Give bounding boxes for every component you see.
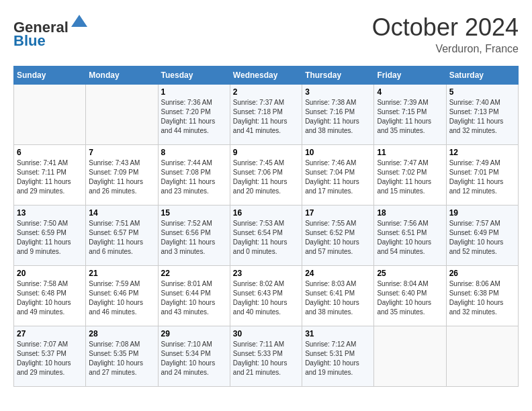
calendar-cell: 30Sunrise: 7:11 AMSunset: 5:33 PMDayligh… <box>230 326 302 387</box>
day-info: Sunrise: 7:41 AMSunset: 7:11 PMDaylight:… <box>17 158 83 196</box>
calendar-cell: 27Sunrise: 7:07 AMSunset: 5:37 PMDayligh… <box>14 326 86 387</box>
day-info: Sunrise: 7:47 AMSunset: 7:02 PMDaylight:… <box>377 158 443 196</box>
day-number: 27 <box>17 329 83 338</box>
day-number: 19 <box>449 208 515 218</box>
day-of-week-header: Monday <box>86 66 158 85</box>
day-of-week-header: Thursday <box>302 66 374 85</box>
day-info: Sunrise: 7:10 AMSunset: 5:34 PMDaylight:… <box>161 340 227 377</box>
day-number: 30 <box>233 329 299 338</box>
day-info: Sunrise: 7:44 AMSunset: 7:08 PMDaylight:… <box>161 158 227 196</box>
day-of-week-header: Tuesday <box>158 66 230 85</box>
calendar-cell: 22Sunrise: 8:01 AMSunset: 6:44 PMDayligh… <box>158 266 230 326</box>
calendar-cell: 21Sunrise: 7:59 AMSunset: 6:46 PMDayligh… <box>86 266 158 326</box>
day-number: 16 <box>233 208 299 218</box>
day-info: Sunrise: 7:12 AMSunset: 5:31 PMDaylight:… <box>305 340 371 377</box>
day-info: Sunrise: 8:06 AMSunset: 6:38 PMDaylight:… <box>449 279 515 317</box>
day-number: 23 <box>233 269 299 278</box>
day-number: 31 <box>305 329 371 338</box>
calendar-cell: 1Sunrise: 7:36 AMSunset: 7:20 PMDaylight… <box>158 85 230 145</box>
calendar-cell <box>446 326 518 387</box>
day-info: Sunrise: 7:46 AMSunset: 7:04 PMDaylight:… <box>305 158 371 196</box>
calendar-week-row: 27Sunrise: 7:07 AMSunset: 5:37 PMDayligh… <box>14 326 519 387</box>
calendar-header-row: SundayMondayTuesdayWednesdayThursdayFrid… <box>14 66 519 85</box>
day-number: 15 <box>161 208 227 218</box>
calendar-week-row: 13Sunrise: 7:50 AMSunset: 6:59 PMDayligh… <box>14 205 519 266</box>
day-info: Sunrise: 7:07 AMSunset: 5:37 PMDaylight:… <box>17 340 83 377</box>
calendar-cell: 11Sunrise: 7:47 AMSunset: 7:02 PMDayligh… <box>374 145 446 205</box>
day-number: 7 <box>89 148 154 157</box>
calendar-cell: 29Sunrise: 7:10 AMSunset: 5:34 PMDayligh… <box>158 326 230 387</box>
calendar-cell: 28Sunrise: 7:08 AMSunset: 5:35 PMDayligh… <box>86 326 158 387</box>
calendar-cell: 20Sunrise: 7:58 AMSunset: 6:48 PMDayligh… <box>14 266 86 326</box>
day-number: 1 <box>161 87 227 97</box>
day-info: Sunrise: 7:08 AMSunset: 5:35 PMDaylight:… <box>89 340 154 377</box>
calendar-cell: 25Sunrise: 8:04 AMSunset: 6:40 PMDayligh… <box>374 266 446 326</box>
day-number: 20 <box>17 269 83 278</box>
calendar-body: 1Sunrise: 7:36 AMSunset: 7:20 PMDaylight… <box>14 85 519 387</box>
day-number: 28 <box>89 329 154 338</box>
calendar-cell <box>86 85 158 145</box>
day-of-week-header: Friday <box>374 66 446 85</box>
day-number: 11 <box>377 148 443 157</box>
calendar-week-row: 6Sunrise: 7:41 AMSunset: 7:11 PMDaylight… <box>14 145 519 205</box>
calendar-cell: 17Sunrise: 7:55 AMSunset: 6:52 PMDayligh… <box>302 205 374 266</box>
calendar-cell: 26Sunrise: 8:06 AMSunset: 6:38 PMDayligh… <box>446 266 518 326</box>
day-number: 13 <box>17 208 83 218</box>
day-number: 5 <box>449 87 515 97</box>
day-number: 9 <box>233 148 299 157</box>
day-number: 17 <box>305 208 371 218</box>
logo-icon <box>70 13 89 32</box>
day-number: 12 <box>449 148 515 157</box>
calendar-cell: 16Sunrise: 7:53 AMSunset: 6:54 PMDayligh… <box>230 205 302 266</box>
day-info: Sunrise: 7:58 AMSunset: 6:48 PMDaylight:… <box>17 279 83 317</box>
calendar-cell: 18Sunrise: 7:56 AMSunset: 6:51 PMDayligh… <box>374 205 446 266</box>
day-number: 4 <box>377 87 443 97</box>
day-info: Sunrise: 7:38 AMSunset: 7:16 PMDaylight:… <box>305 98 371 136</box>
day-number: 3 <box>305 87 371 97</box>
month-title: October 2024 <box>372 13 519 42</box>
day-info: Sunrise: 7:37 AMSunset: 7:18 PMDaylight:… <box>233 98 299 136</box>
day-number: 26 <box>449 269 515 278</box>
day-info: Sunrise: 7:52 AMSunset: 6:56 PMDaylight:… <box>161 219 227 257</box>
calendar-cell: 8Sunrise: 7:44 AMSunset: 7:08 PMDaylight… <box>158 145 230 205</box>
day-number: 24 <box>305 269 371 278</box>
logo-blue: Blue <box>13 32 46 49</box>
calendar-cell: 2Sunrise: 7:37 AMSunset: 7:18 PMDaylight… <box>230 85 302 145</box>
day-number: 10 <box>305 148 371 157</box>
day-number: 21 <box>89 269 154 278</box>
calendar-cell: 24Sunrise: 8:03 AMSunset: 6:41 PMDayligh… <box>302 266 374 326</box>
day-info: Sunrise: 8:03 AMSunset: 6:41 PMDaylight:… <box>305 279 371 317</box>
day-info: Sunrise: 7:57 AMSunset: 6:49 PMDaylight:… <box>449 219 515 257</box>
day-number: 6 <box>17 148 83 157</box>
calendar-week-row: 1Sunrise: 7:36 AMSunset: 7:20 PMDaylight… <box>14 85 519 145</box>
calendar-cell <box>374 326 446 387</box>
calendar-cell: 15Sunrise: 7:52 AMSunset: 6:56 PMDayligh… <box>158 205 230 266</box>
calendar-cell <box>14 85 86 145</box>
calendar-table: SundayMondayTuesdayWednesdayThursdayFrid… <box>13 66 519 387</box>
day-number: 2 <box>233 87 299 97</box>
title-block: October 2024 Verduron, France <box>372 13 519 55</box>
calendar-cell: 10Sunrise: 7:46 AMSunset: 7:04 PMDayligh… <box>302 145 374 205</box>
calendar-cell: 14Sunrise: 7:51 AMSunset: 6:57 PMDayligh… <box>86 205 158 266</box>
day-info: Sunrise: 7:45 AMSunset: 7:06 PMDaylight:… <box>233 158 299 196</box>
day-info: Sunrise: 7:59 AMSunset: 6:46 PMDaylight:… <box>89 279 154 317</box>
calendar-cell: 19Sunrise: 7:57 AMSunset: 6:49 PMDayligh… <box>446 205 518 266</box>
day-info: Sunrise: 7:55 AMSunset: 6:52 PMDaylight:… <box>305 219 371 257</box>
day-info: Sunrise: 7:50 AMSunset: 6:59 PMDaylight:… <box>17 219 83 257</box>
calendar-cell: 5Sunrise: 7:40 AMSunset: 7:13 PMDaylight… <box>446 85 518 145</box>
day-of-week-header: Saturday <box>446 66 518 85</box>
svg-marker-0 <box>71 15 87 27</box>
day-info: Sunrise: 8:02 AMSunset: 6:43 PMDaylight:… <box>233 279 299 317</box>
location: Verduron, France <box>372 43 519 55</box>
calendar-cell: 13Sunrise: 7:50 AMSunset: 6:59 PMDayligh… <box>14 205 86 266</box>
calendar-cell: 9Sunrise: 7:45 AMSunset: 7:06 PMDaylight… <box>230 145 302 205</box>
day-number: 25 <box>377 269 443 278</box>
calendar-cell: 7Sunrise: 7:43 AMSunset: 7:09 PMDaylight… <box>86 145 158 205</box>
calendar-cell: 12Sunrise: 7:49 AMSunset: 7:01 PMDayligh… <box>446 145 518 205</box>
day-number: 8 <box>161 148 227 157</box>
calendar-cell: 23Sunrise: 8:02 AMSunset: 6:43 PMDayligh… <box>230 266 302 326</box>
day-number: 22 <box>161 269 227 278</box>
day-info: Sunrise: 7:53 AMSunset: 6:54 PMDaylight:… <box>233 219 299 257</box>
day-number: 18 <box>377 208 443 218</box>
day-info: Sunrise: 7:49 AMSunset: 7:01 PMDaylight:… <box>449 158 515 196</box>
